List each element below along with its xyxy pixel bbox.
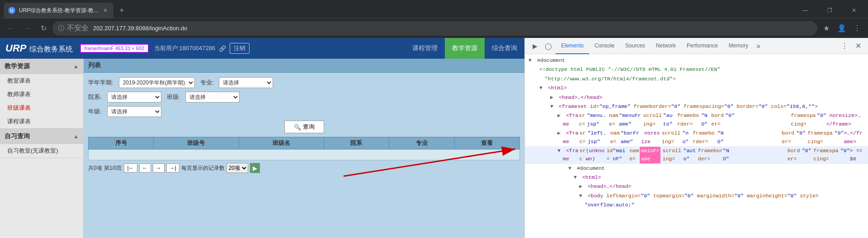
sidebar-section-header-teaching[interactable]: 教学资源 ▲ bbox=[0, 59, 83, 74]
devtools-toolbar: ▶ ◯ Elements Console Sources Network Per… bbox=[525, 38, 868, 54]
pagination-total: 共0项 bbox=[88, 164, 102, 172]
logout-button[interactable]: 注销 bbox=[230, 43, 250, 54]
col-header-major: 专业 bbox=[389, 137, 454, 149]
devtools-inspect-button[interactable]: ▶ bbox=[528, 40, 541, 52]
form-row-3: 年级: 请选择 bbox=[88, 106, 520, 117]
devtools-settings-button[interactable]: ⋮ bbox=[838, 40, 851, 52]
pagination-last-button[interactable]: →| bbox=[166, 163, 179, 173]
devtools-tab-elements[interactable]: Elements bbox=[556, 38, 589, 54]
dom-line-body: ▼ <body leftmargin="0" topmargin="0" mar… bbox=[525, 191, 868, 201]
header-nav: 课程管理 教学资源 综合查询 bbox=[405, 38, 524, 59]
dom-tree[interactable]: ▼ #document <!doctype html PUBLIC "-//W3… bbox=[525, 54, 868, 238]
devtools-tab-performance[interactable]: Performance bbox=[681, 38, 723, 54]
back-button[interactable]: ← bbox=[4, 21, 18, 36]
sidebar-section-title-self-study: 自习查询 bbox=[5, 132, 30, 140]
app-logo-urp: URP bbox=[5, 42, 26, 54]
pagination-prev-button[interactable]: ← bbox=[139, 163, 151, 173]
close-button[interactable]: ✕ bbox=[844, 4, 864, 17]
new-tab-button[interactable]: + bbox=[115, 4, 128, 17]
menu-button[interactable]: ⋮ bbox=[850, 21, 864, 36]
main-area: URP 综合教务系统 frame#mainF 463.33 × 602 当前用户… bbox=[0, 38, 868, 238]
tab-close-button[interactable]: ✕ bbox=[102, 7, 109, 14]
grade-label: 年级: bbox=[88, 107, 102, 116]
sidebar-item-self-study-classroom[interactable]: 自习教室(无课教室) bbox=[0, 144, 83, 158]
user-icon[interactable]: 🔗 bbox=[219, 45, 226, 52]
more-button[interactable]: ▶ bbox=[250, 163, 260, 173]
dom-line-frame-left: ▶ <frame src="left.jsp" name="barFrame" … bbox=[525, 129, 868, 146]
security-label: 不安全 bbox=[67, 23, 89, 33]
dom-line-html: ▼ <html> bbox=[525, 84, 868, 93]
data-table: 序号 班级号 班级名 院系 专业 查看 bbox=[88, 137, 520, 160]
sidebar-item-class-schedule[interactable]: 班级课表 bbox=[0, 101, 83, 115]
dom-line-doctype2: "http://www.w3.org/TR/html4/frameset.dtd… bbox=[525, 75, 868, 84]
sidebar-section-teaching-resources: 教学资源 ▲ 教室课表 教师课表 班级课表 课程课表 bbox=[0, 59, 83, 129]
devtools-tab-memory[interactable]: Memory bbox=[723, 38, 754, 54]
minimize-button[interactable]: — bbox=[795, 4, 816, 17]
bookmark-button[interactable]: ★ bbox=[819, 21, 834, 36]
reload-button[interactable]: ↻ bbox=[36, 21, 51, 36]
sidebar: 教学资源 ▲ 教室课表 教师课表 班级课表 课程课表 自习查询 ▲ 自习教 bbox=[0, 59, 84, 238]
pagination: 共0项 第1/0页 |← ← → →| 每页显示的记录数 20项 ▶ bbox=[88, 163, 520, 173]
devtools-close-button[interactable]: ✕ bbox=[852, 40, 864, 52]
per-page-select[interactable]: 20项 bbox=[226, 163, 248, 173]
header-user: 当前用户:18070047286 🔗 注销 bbox=[149, 43, 255, 54]
dom-line-document2: ▼ #document bbox=[525, 164, 868, 173]
grade-select[interactable]: 请选择 bbox=[107, 106, 161, 117]
forward-button[interactable]: → bbox=[20, 21, 34, 36]
academic-year-select[interactable]: 2019-2020学年秋(两学期) bbox=[119, 77, 195, 88]
col-header-class-name: 班级名 bbox=[239, 137, 324, 149]
devtools-tab-sources[interactable]: Sources bbox=[620, 38, 651, 54]
college-select[interactable]: 请选择 bbox=[107, 92, 161, 103]
sidebar-section-header-self-study[interactable]: 自习查询 ▲ bbox=[0, 129, 83, 144]
sidebar-item-course-schedule[interactable]: 课程课表 bbox=[0, 115, 83, 128]
nav-item-comprehensive-query[interactable]: 综合查询 bbox=[485, 38, 524, 59]
browser-tab[interactable]: U URP综合教务系统-教学资源-教... ✕ bbox=[4, 3, 113, 18]
pagination-page-info: 第1/0页 bbox=[104, 164, 123, 172]
major-select[interactable]: 请选择 bbox=[219, 77, 273, 88]
content-header: 列表 bbox=[84, 59, 524, 73]
maximize-button[interactable]: ❐ bbox=[819, 4, 840, 17]
dom-line-frameset: ▼ <frameset id="op_frame" frameborder="0… bbox=[525, 102, 868, 111]
devtools-tab-more[interactable]: » bbox=[754, 38, 763, 54]
devtools-device-button[interactable]: ◯ bbox=[542, 40, 555, 52]
nav-item-course-management[interactable]: 课程管理 bbox=[405, 38, 445, 59]
form-row-1: 学年学期: 2019-2020学年秋(两学期) 专业: 请选择 bbox=[88, 77, 520, 88]
sidebar-item-teacher-schedule[interactable]: 教师课表 bbox=[0, 88, 83, 101]
account-button[interactable]: 👤 bbox=[835, 21, 849, 36]
tab-bar: U URP综合教务系统-教学资源-教... ✕ + — ❐ ✕ bbox=[0, 0, 868, 18]
tab-favicon: U bbox=[8, 7, 15, 14]
collapse-icon-self-study: ▲ bbox=[73, 133, 79, 140]
dom-line-head2: ▶ <head>…</head> bbox=[525, 182, 868, 191]
collapse-icon-teaching: ▲ bbox=[73, 63, 79, 70]
app-header: URP 综合教务系统 frame#mainF 463.33 × 602 当前用户… bbox=[0, 38, 524, 59]
app-logo-name: 综合教务系统 bbox=[29, 45, 73, 53]
col-header-college: 院系 bbox=[324, 137, 389, 149]
col-header-view: 查看 bbox=[454, 137, 519, 149]
dom-line-doctype: <!doctype html PUBLIC "-//W3C//DTD HTML … bbox=[525, 65, 868, 74]
col-header-class-id: 班级号 bbox=[154, 137, 239, 149]
sidebar-section-self-study: 自习查询 ▲ 自习教室(无课教室) bbox=[0, 129, 83, 158]
class-select[interactable]: 请选择 bbox=[185, 92, 240, 103]
devtools-tab-network[interactable]: Network bbox=[651, 38, 681, 54]
tab-title: URP综合教务系统-教学资源-教... bbox=[19, 7, 98, 14]
toolbar-right: ★ 👤 ⋮ bbox=[819, 21, 864, 36]
sidebar-item-classroom-schedule[interactable]: 教室课表 bbox=[0, 74, 83, 88]
nav-item-teaching-resources[interactable]: 教学资源 bbox=[445, 38, 485, 59]
sidebar-section-title-teaching: 教学资源 bbox=[5, 62, 30, 70]
address-bar: ← → ↻ ⓘ 不安全 202.207.177.39:8088/loginAct… bbox=[0, 18, 868, 38]
pagination-next-button[interactable]: → bbox=[153, 163, 165, 173]
class-label: 班级: bbox=[167, 93, 180, 101]
academic-year-label: 学年学期: bbox=[88, 79, 113, 87]
security-icon: ⓘ bbox=[58, 24, 64, 33]
per-page-label: 每页显示的记录数 bbox=[181, 164, 225, 172]
pagination-first-button[interactable]: |← bbox=[124, 163, 137, 173]
browser-window: U URP综合教务系统-教学资源-教... ✕ + — ❐ ✕ ← → ↻ ⓘ … bbox=[0, 0, 868, 238]
page-body: 教学资源 ▲ 教室课表 教师课表 班级课表 课程课表 自习查询 ▲ 自习教 bbox=[0, 59, 524, 238]
url-text: 202.207.177.39:8088/loginAction.do bbox=[93, 25, 812, 32]
search-icon: 🔍 bbox=[294, 124, 301, 131]
highlight-mainframe: mainFrame bbox=[640, 147, 660, 163]
url-bar[interactable]: ⓘ 不安全 202.207.177.39:8088/loginAction.do bbox=[52, 21, 817, 36]
dom-line-frame-main[interactable]: ▼ <frame src(unknown) id="mainF" name=ma… bbox=[525, 146, 868, 164]
devtools-tab-console[interactable]: Console bbox=[589, 38, 620, 54]
search-button[interactable]: 🔍 查询 bbox=[284, 121, 324, 133]
